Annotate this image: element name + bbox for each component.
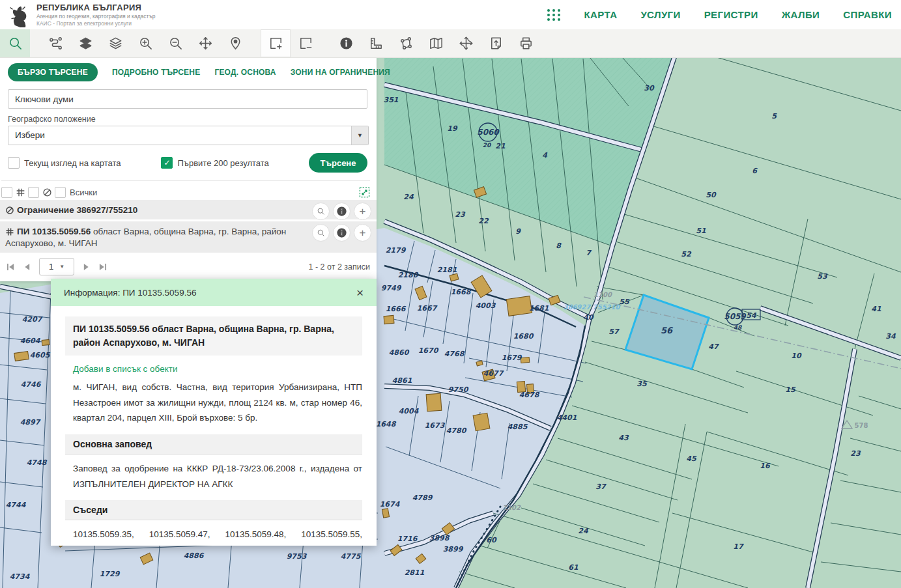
zoom-out-icon xyxy=(168,36,183,51)
tab-quick-search[interactable]: БЪРЗО ТЪРСЕНЕ xyxy=(8,63,98,81)
svg-text:4748: 4748 xyxy=(27,458,48,467)
result-info-button[interactable] xyxy=(333,203,350,220)
last-page-icon[interactable] xyxy=(98,263,107,271)
coordinates-tool-button[interactable] xyxy=(451,29,481,57)
svg-text:2179: 2179 xyxy=(386,246,407,255)
svg-text:4734: 4734 xyxy=(10,572,31,581)
nav-spravki[interactable]: СПРАВКИ xyxy=(843,9,892,20)
parcel-details: м. ЧИГАН, вид собств. Частна, вид терито… xyxy=(73,380,362,426)
info-icon xyxy=(339,36,354,51)
add-result-button[interactable]: + xyxy=(354,224,371,242)
svg-text:4677: 4677 xyxy=(483,369,504,378)
add-result-button[interactable]: + xyxy=(354,203,371,220)
results-filter-row: Всички xyxy=(1,180,370,198)
result-row[interactable]: ПИ 10135.5059.56 област Варна, община Ва… xyxy=(0,221,377,253)
map-tool-button[interactable] xyxy=(421,29,451,57)
svg-text:20: 20 xyxy=(483,142,492,148)
svg-text:45: 45 xyxy=(686,455,697,463)
current-view-checkbox[interactable] xyxy=(8,157,20,169)
svg-text:52: 52 xyxy=(681,250,692,259)
search-button[interactable]: Търсене xyxy=(309,153,367,173)
main-order-text: Заповед за одобрение на КККР РД-18-73/23… xyxy=(73,461,362,492)
geo-select[interactable]: Избери ▼ xyxy=(8,126,369,145)
svg-text:9749: 9749 xyxy=(381,284,402,292)
page-number: 1 xyxy=(49,262,53,272)
result-row[interactable]: Ограничение 386927/755210+ xyxy=(0,200,377,219)
svg-text:4861: 4861 xyxy=(392,376,412,385)
layers-tool-button[interactable] xyxy=(100,29,130,57)
zoom-out-tool-button[interactable] xyxy=(160,29,190,57)
nav-registri[interactable]: РЕГИСТРИ xyxy=(704,9,758,20)
location-tool-button[interactable] xyxy=(220,29,250,57)
svg-text:2181: 2181 xyxy=(437,266,457,274)
svg-text:386927 755210: 386927 755210 xyxy=(564,303,621,311)
tab-detailed-search[interactable]: ПОДРОБНО ТЪРСЕНЕ xyxy=(112,68,201,77)
info-tool-button[interactable] xyxy=(331,29,361,57)
all-filter-label: Всички xyxy=(70,188,97,197)
svg-text:1674: 1674 xyxy=(380,500,401,509)
svg-text:16: 16 xyxy=(760,462,771,470)
chevron-down-icon[interactable]: ▼ xyxy=(351,126,368,145)
print-tool-button[interactable] xyxy=(511,29,541,57)
nav-uslugi[interactable]: УСЛУГИ xyxy=(640,9,680,20)
tab-restriction-zones[interactable]: ЗОНИ НА ОГРАНИЧЕНИЯ xyxy=(291,68,390,77)
parcels-filter-checkbox[interactable] xyxy=(1,187,12,198)
svg-text:4789: 4789 xyxy=(412,494,433,502)
first-200-checkbox[interactable]: ✓ xyxy=(161,157,173,169)
grid-icon xyxy=(5,227,14,236)
prev-page-icon[interactable] xyxy=(23,263,31,271)
zoom-in-icon xyxy=(138,36,153,51)
select-add-tool-button[interactable] xyxy=(261,29,291,57)
select-remove-tool-button[interactable] xyxy=(291,29,321,57)
pan-tool-button[interactable] xyxy=(190,29,220,57)
page-select[interactable]: 1 ▼ xyxy=(39,258,74,275)
layers-filled-icon xyxy=(78,36,93,51)
svg-text:10: 10 xyxy=(791,352,802,360)
route-tool-button[interactable] xyxy=(40,29,70,57)
svg-text:50: 50 xyxy=(706,191,717,199)
svg-text:47: 47 xyxy=(708,343,719,351)
svg-text:51: 51 xyxy=(696,227,706,235)
agency-logo[interactable]: РЕПУБЛИКА БЪЛГАРИЯ Агенция по геодезия, … xyxy=(5,1,156,27)
zoom-to-result-button[interactable] xyxy=(312,224,330,242)
svg-text:24: 24 xyxy=(403,193,414,201)
apps-grid-icon[interactable] xyxy=(547,9,561,21)
keywords-input[interactable] xyxy=(8,89,367,109)
svg-text:40: 40 xyxy=(583,313,594,322)
measure-tool-button[interactable] xyxy=(361,29,391,57)
expand-results-icon[interactable] xyxy=(359,187,370,198)
svg-text:1680: 1680 xyxy=(513,332,534,341)
layers-filled-tool-button[interactable] xyxy=(70,29,100,57)
map-icon xyxy=(429,36,444,51)
search-tabs: БЪРЗО ТЪРСЕНЕ ПОДРОБНО ТЪРСЕНЕ ГЕОД. ОСН… xyxy=(0,57,377,84)
popup-header[interactable]: Информация: ПИ 10135.5059.56 × xyxy=(51,279,377,306)
search-icon xyxy=(8,36,23,51)
chevron-down-icon: ▼ xyxy=(59,264,64,270)
close-icon[interactable]: × xyxy=(356,287,364,299)
nav-zhalbi[interactable]: ЖАЛБИ xyxy=(782,9,820,20)
svg-text:1666: 1666 xyxy=(386,305,407,313)
svg-text:43: 43 xyxy=(618,434,629,442)
measure-area-tool-button[interactable] xyxy=(391,29,421,57)
svg-text:23: 23 xyxy=(455,210,466,219)
geo-select-value: Избери xyxy=(15,130,45,140)
zoom-in-tool-button[interactable] xyxy=(130,29,160,57)
republic-title: РЕПУБЛИКА БЪЛГАРИЯ xyxy=(36,3,156,12)
restrictions-filter-checkbox[interactable] xyxy=(28,187,39,198)
all-filter-checkbox[interactable] xyxy=(55,187,66,198)
export-tool-button[interactable] xyxy=(481,29,511,57)
svg-text:1668: 1668 xyxy=(451,288,472,296)
search-tool-button[interactable] xyxy=(0,29,30,57)
tab-geodetic-base[interactable]: ГЕОД. ОСНОВА xyxy=(214,68,276,77)
svg-text:19: 19 xyxy=(447,124,458,133)
result-info-button[interactable] xyxy=(333,224,350,242)
add-to-object-list-link[interactable]: Добави в списък с обекти xyxy=(73,364,362,374)
nav-karta[interactable]: КАРТА xyxy=(584,9,618,20)
svg-text:4746: 4746 xyxy=(21,380,42,389)
svg-text:3898: 3898 xyxy=(429,534,450,542)
first-page-icon[interactable] xyxy=(7,263,15,271)
zoom-to-result-button[interactable] xyxy=(312,203,330,220)
svg-text:4401: 4401 xyxy=(557,413,577,422)
next-page-icon[interactable] xyxy=(83,263,90,271)
svg-text:4775: 4775 xyxy=(341,552,362,561)
